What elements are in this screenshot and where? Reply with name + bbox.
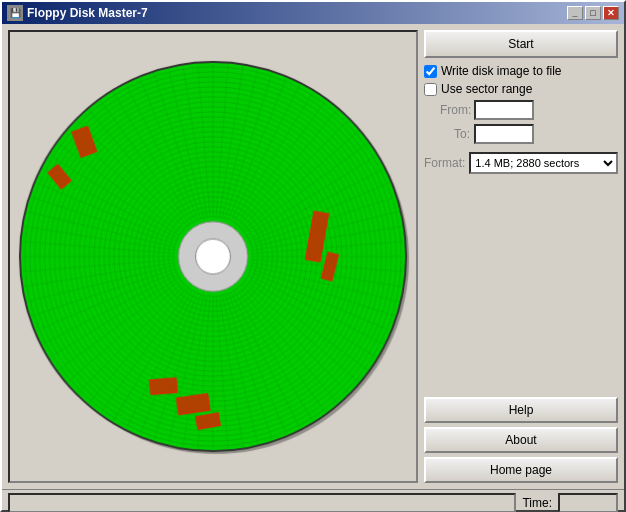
app-icon: 💾	[7, 5, 23, 21]
from-label: From:	[440, 103, 470, 117]
spacer	[424, 180, 618, 391]
time-label: Time:	[522, 496, 552, 510]
write-disk-label: Write disk image to file	[441, 64, 562, 78]
to-input[interactable]	[474, 124, 534, 144]
main-window: 💾 Floppy Disk Master-7 _ □ ✕ Start Write…	[0, 0, 626, 512]
window-title: Floppy Disk Master-7	[27, 6, 148, 20]
progress-bar	[8, 493, 516, 512]
format-row: Format: 1.4 MB; 2880 sectors 720 KB; 144…	[424, 152, 618, 174]
write-disk-checkbox[interactable]	[424, 65, 437, 78]
sector-range-checkbox[interactable]	[424, 83, 437, 96]
format-select[interactable]: 1.4 MB; 2880 sectors 720 KB; 1440 sector…	[469, 152, 618, 174]
about-button[interactable]: About	[424, 427, 618, 453]
close-button[interactable]: ✕	[603, 6, 619, 20]
right-panel: Start Write disk image to file Use secto…	[424, 30, 618, 483]
from-row: From:	[424, 100, 618, 120]
title-bar: 💾 Floppy Disk Master-7 _ □ ✕	[2, 2, 624, 24]
to-label: To:	[440, 127, 470, 141]
sector-range-label: Use sector range	[441, 82, 532, 96]
main-content: Start Write disk image to file Use secto…	[2, 24, 624, 489]
time-input[interactable]	[558, 493, 618, 512]
title-bar-left: 💾 Floppy Disk Master-7	[7, 5, 148, 21]
help-button[interactable]: Help	[424, 397, 618, 423]
disk-display-area	[8, 30, 418, 483]
bottom-buttons: Help About Home page	[424, 397, 618, 483]
format-label: Format:	[424, 156, 465, 170]
minimize-button[interactable]: _	[567, 6, 583, 20]
options-group: Write disk image to file Use sector rang…	[424, 64, 618, 174]
to-row: To:	[424, 124, 618, 144]
maximize-button[interactable]: □	[585, 6, 601, 20]
from-input[interactable]	[474, 100, 534, 120]
status-bar: Time:	[2, 489, 624, 512]
disk-canvas	[10, 32, 416, 481]
title-buttons: _ □ ✕	[567, 6, 619, 20]
sector-range-row: Use sector range	[424, 82, 618, 96]
homepage-button[interactable]: Home page	[424, 457, 618, 483]
start-button[interactable]: Start	[424, 30, 618, 58]
write-disk-row: Write disk image to file	[424, 64, 618, 78]
